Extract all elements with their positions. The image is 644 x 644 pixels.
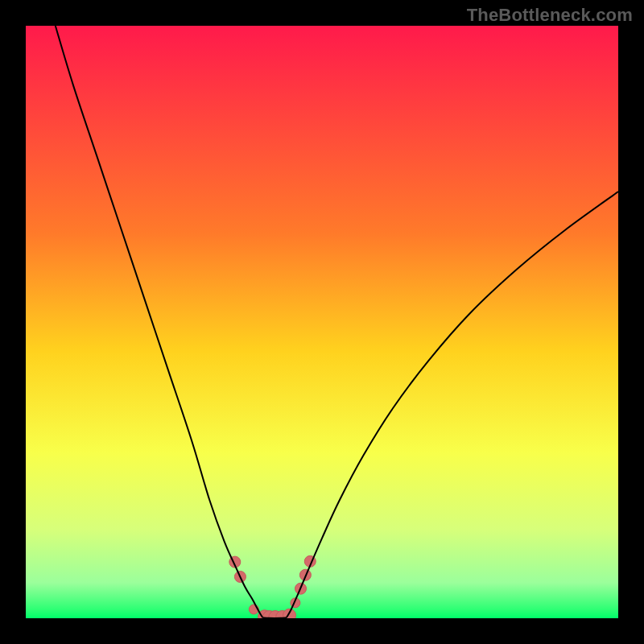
floor-curve-path (262, 617, 286, 618)
watermark-text: TheBottleneck.com (467, 5, 633, 26)
plot-area (26, 26, 618, 618)
curve-layer (26, 26, 618, 618)
left-curve-path (56, 26, 263, 617)
chart-stage: TheBottleneck.com (0, 0, 644, 644)
marker-group (229, 555, 316, 618)
right-curve-path (287, 192, 618, 617)
